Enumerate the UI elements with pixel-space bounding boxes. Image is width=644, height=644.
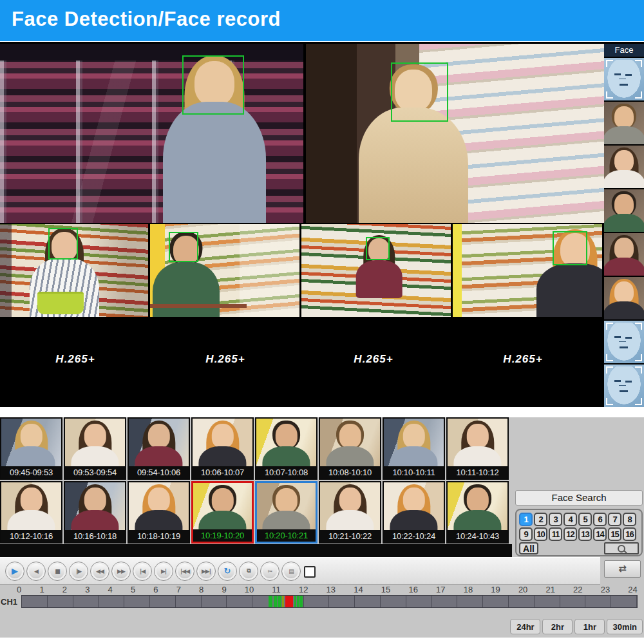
timeline-bar[interactable] xyxy=(21,595,638,608)
camera-view-6[interactable] xyxy=(453,224,602,317)
face-record-thumb[interactable]: 09:45-09:53 xyxy=(0,417,62,480)
timeline-record-segment xyxy=(278,596,281,607)
face-record-thumb[interactable]: 10:10-10:11 xyxy=(383,417,445,480)
timeline: 0123456789101112131415161718192021222324… xyxy=(0,585,644,611)
face-search-panel: Face Search 1 2 3 4 5 6 xyxy=(515,490,643,556)
channel-button[interactable]: 6 xyxy=(593,513,607,526)
time-range-button[interactable]: 2hr xyxy=(542,619,573,634)
camera-view-2[interactable] xyxy=(306,44,604,223)
face-thumb[interactable] xyxy=(604,321,644,363)
codec-label: H.265+ xyxy=(503,353,542,366)
timeline-hour-label: 14 xyxy=(354,585,363,594)
codec-label: H.265+ xyxy=(55,353,95,366)
playback-control-button[interactable]: ▶▶ xyxy=(111,562,131,581)
face-record-thumb[interactable]: 10:08-10:10 xyxy=(319,417,381,480)
face-panel-title: Face xyxy=(604,44,644,57)
channel-button[interactable]: 9 xyxy=(519,527,533,541)
channel-button[interactable]: 2 xyxy=(534,513,547,526)
timeline-hour-label: 17 xyxy=(436,585,445,594)
camera-view-3[interactable] xyxy=(0,224,148,317)
face-record-thumb[interactable]: 10:18-10:19 xyxy=(128,481,190,544)
channel-button[interactable]: 12 xyxy=(564,527,577,541)
camera-view-5[interactable] xyxy=(301,224,451,317)
video-wall: H.265+ H.265+ H.265+ H.265+ Face xyxy=(0,42,644,407)
playback-control-button[interactable]: ◀◀ xyxy=(90,562,109,581)
channel-button[interactable]: 5 xyxy=(578,513,592,526)
face-record-photo xyxy=(129,419,189,466)
channel-button[interactable]: 4 xyxy=(564,513,577,526)
playback-control-button[interactable]: ▶ xyxy=(5,562,24,581)
face-record-thumb[interactable]: 10:19-10:20 xyxy=(191,481,254,544)
face-thumb[interactable] xyxy=(604,58,644,100)
face-thumb[interactable] xyxy=(604,102,644,144)
face-record-thumb[interactable]: 10:21-10:22 xyxy=(319,481,381,544)
timeline-record-segment xyxy=(299,596,303,607)
codec-label: H.265+ xyxy=(205,353,245,366)
channel-button[interactable]: 14 xyxy=(593,527,607,541)
camera-view-4[interactable] xyxy=(150,224,299,317)
channel-button[interactable]: 11 xyxy=(549,527,562,541)
person-figure xyxy=(604,150,644,188)
face-thumb[interactable] xyxy=(604,189,644,232)
channel-grid: 1 2 3 4 5 6 7 8 xyxy=(519,513,639,541)
playback-control-button[interactable]: ▤ xyxy=(281,562,301,581)
playback-controls: ▶ ◀ ■ |▶ ◀◀ ▶▶ xyxy=(0,557,600,585)
playback-control-button[interactable]: ▶▶| xyxy=(196,562,216,581)
playback-control-button[interactable]: ⧉ xyxy=(239,562,258,581)
face-record-thumb[interactable]: 10:16-10:18 xyxy=(64,481,126,544)
time-range-button[interactable]: 30min xyxy=(607,619,643,634)
playback-control-button[interactable]: ↻ xyxy=(218,562,237,581)
playback-control-button[interactable]: |◀◀ xyxy=(175,562,194,581)
refresh-button[interactable]: ⇄ xyxy=(604,560,641,578)
search-button[interactable] xyxy=(604,542,639,554)
channel-button[interactable]: 16 xyxy=(623,527,636,541)
face-thumb[interactable] xyxy=(604,146,644,188)
face-thumb[interactable] xyxy=(604,277,644,319)
face-record-thumb[interactable]: 10:20-10:21 xyxy=(255,481,317,544)
face-thumb[interactable] xyxy=(604,233,644,276)
playback-control-button[interactable]: ■ xyxy=(48,562,67,581)
person-figure xyxy=(321,424,378,466)
all-channels-button[interactable]: All xyxy=(519,542,538,554)
face-record-thumb[interactable]: 10:12-10:16 xyxy=(0,481,62,544)
camera-view-1[interactable] xyxy=(0,44,303,223)
face-record-photo xyxy=(1,482,61,530)
timeline-hour-label: 2 xyxy=(62,585,67,594)
channel-button[interactable]: 15 xyxy=(608,527,621,541)
time-range-button[interactable]: 1hr xyxy=(574,619,605,634)
playback-control-button[interactable]: ◀ xyxy=(26,562,46,581)
face-record-thumb[interactable]: 09:53-09:54 xyxy=(64,417,126,480)
face-thumb[interactable] xyxy=(604,365,644,407)
channel-button[interactable]: 13 xyxy=(578,527,592,541)
playback-control-button[interactable]: ▶| xyxy=(154,562,173,581)
face-record-thumb[interactable]: 10:11-10:12 xyxy=(446,417,509,480)
select-checkbox[interactable] xyxy=(304,566,316,578)
control-icon: |◀◀ xyxy=(180,568,189,574)
face-record-photo xyxy=(257,483,316,529)
timeline-hour-label: 11 xyxy=(272,585,281,594)
face-record-thumb[interactable]: 09:54-10:06 xyxy=(128,417,190,480)
playback-control-button[interactable]: ✂ xyxy=(260,562,279,581)
face-record-thumb[interactable]: 10:07-10:08 xyxy=(255,417,317,480)
face-record-thumb[interactable]: 10:06-10:07 xyxy=(191,417,254,480)
time-range-button[interactable]: 24hr xyxy=(510,619,540,634)
playback-control-button[interactable]: |▶ xyxy=(69,562,88,581)
swap-arrows-icon: ⇄ xyxy=(618,563,627,574)
channel-button[interactable]: 1 xyxy=(519,513,533,526)
channel-button[interactable]: 10 xyxy=(534,527,547,541)
face-detection-box xyxy=(366,237,390,260)
record-time-range: 10:21-10:22 xyxy=(320,530,380,542)
timeline-hour-label: 5 xyxy=(131,585,135,594)
timeline-hour-label: 6 xyxy=(153,585,158,594)
timeline-hour-label: 22 xyxy=(573,585,582,594)
playback-control-button[interactable]: |◀ xyxy=(133,562,152,581)
channel-button[interactable]: 3 xyxy=(549,513,562,526)
face-record-photo xyxy=(1,419,61,466)
face-record-thumb[interactable]: 10:22-10:24 xyxy=(383,481,445,544)
record-time-range: 10:16-10:18 xyxy=(65,530,125,542)
face-detection-box xyxy=(391,62,448,122)
channel-button[interactable]: 7 xyxy=(608,513,621,526)
timeline-record-segment xyxy=(297,596,298,607)
channel-button[interactable]: 8 xyxy=(623,513,636,526)
face-record-thumb[interactable]: 10:24-10:43 xyxy=(446,481,509,544)
